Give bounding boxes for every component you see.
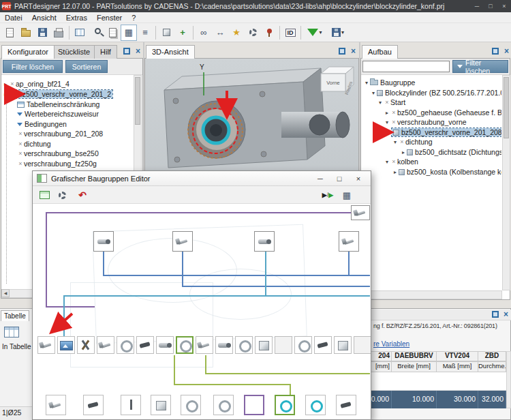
dock-pin-icon[interactable]	[492, 48, 499, 55]
palette-item[interactable]	[37, 336, 55, 354]
tab-stueckliste[interactable]: Stückliste	[52, 45, 96, 59]
part-node[interactable]	[181, 395, 201, 415]
palette-item[interactable]	[97, 336, 114, 354]
scrollbar-thumb[interactable]	[504, 77, 509, 138]
expander-icon[interactable]: ▾	[384, 159, 390, 165]
close-icon[interactable]: ×	[349, 47, 358, 56]
tree-item[interactable]: ▸× ap_oring_bf21_4	[2, 79, 133, 89]
palette-item[interactable]	[136, 336, 154, 354]
palette-item[interactable]	[255, 336, 273, 354]
expander-icon[interactable]: ▾	[370, 90, 377, 96]
tree-item[interactable]: × verschraubung_201_208	[2, 129, 133, 138]
expander-icon[interactable]: ▸	[392, 169, 399, 175]
part-node[interactable]	[83, 395, 104, 415]
graph-node[interactable]	[254, 231, 275, 252]
new-file-button[interactable]	[1, 25, 18, 41]
vertical-scrollbar[interactable]	[506, 351, 511, 408]
graph-node[interactable]	[93, 231, 114, 252]
menu-extras[interactable]: Extras	[61, 12, 92, 23]
table-cell[interactable]: 0.000	[371, 391, 392, 408]
part-node[interactable]	[213, 395, 234, 415]
pin-button[interactable]	[261, 25, 277, 41]
scroll-left-icon[interactable]: ◀	[1, 289, 10, 297]
sort-button[interactable]: Sortieren	[65, 60, 108, 73]
layout-button[interactable]: ▦	[339, 188, 354, 202]
aufbau-filter-input[interactable]	[362, 61, 450, 72]
print-button[interactable]	[50, 25, 67, 41]
palette-item[interactable]	[77, 336, 95, 354]
part-node[interactable]	[46, 395, 66, 415]
graph-node[interactable]	[339, 231, 359, 252]
close-icon[interactable]: ×	[501, 310, 510, 319]
table-cell[interactable]: 32.000	[478, 391, 506, 408]
horizontal-scrollbar[interactable]	[361, 290, 502, 299]
run-dropdown-button[interactable]: ▾	[303, 25, 326, 41]
tab-3d-ansicht[interactable]: 3D-Ansicht	[146, 45, 195, 59]
column-header[interactable]: 204	[371, 351, 392, 361]
copy-button[interactable]	[104, 25, 121, 41]
tree-item[interactable]: ▸× bz500_gehaeuse (Gehaeuse f. BZ500.25/	[362, 108, 501, 117]
tab-konfigurator[interactable]: Konfigurator	[1, 45, 55, 59]
palette-item[interactable]	[314, 336, 332, 354]
tree-item[interactable]: × dichtung	[2, 139, 133, 149]
open-button[interactable]	[18, 25, 34, 41]
graph-node[interactable]	[351, 205, 370, 220]
palette-item[interactable]	[215, 336, 233, 354]
maximize-icon[interactable]: □	[484, 0, 497, 12]
dock-pin-icon[interactable]	[123, 48, 130, 55]
minimize-icon[interactable]: ─	[470, 0, 484, 12]
variables-link[interactable]: re Variablen	[373, 340, 409, 348]
close-icon[interactable]: ×	[134, 47, 142, 56]
tree-item[interactable]: Wertebereichszuweisur	[2, 109, 133, 119]
grid-view-button[interactable]: ▦	[121, 25, 137, 41]
graph-node[interactable]	[172, 231, 193, 252]
cube-view-button[interactable]	[158, 25, 174, 41]
measure-button[interactable]: ↔	[212, 25, 228, 41]
tree-item[interactable]: ▾ Baugruppe	[362, 78, 501, 87]
table-cell[interactable]: 10.000	[392, 391, 437, 408]
tree-item-selected[interactable]: ▸ bz500_verschr_vorne_201_2	[2, 89, 133, 99]
menu-ansicht[interactable]: Ansicht	[27, 12, 61, 23]
part-node[interactable]	[121, 395, 141, 415]
tree-item[interactable]: ▾× kolben	[362, 157, 501, 166]
run-compare-button[interactable]: ▶/▶	[320, 188, 335, 202]
favorites-button[interactable]: ★	[228, 25, 245, 41]
part-node-highlight-purple[interactable]	[244, 395, 264, 415]
expander-icon[interactable]: ▸	[400, 149, 407, 155]
tree-item-selected[interactable]: bz500_verschr_vorne_201_208 (Versc	[362, 127, 501, 137]
axes-button[interactable]: +	[174, 25, 191, 41]
column-header[interactable]: ZBD	[478, 351, 506, 361]
tree-item[interactable]: ▾ Blockzylinder (BZ 500.25/16.77.201.020…	[362, 88, 501, 97]
palette-item[interactable]	[117, 336, 134, 354]
palette-item-selected[interactable]	[176, 336, 193, 354]
column-header[interactable]: VTV204	[437, 351, 478, 361]
minimize-icon[interactable]: ─	[311, 171, 330, 185]
save-dropdown-button[interactable]: ▾	[326, 25, 350, 41]
menu-fenster[interactable]: Fenster	[92, 12, 127, 23]
palette-item[interactable]	[196, 336, 213, 354]
close-icon[interactable]: ×	[497, 0, 511, 12]
expander-icon[interactable]: ▾	[363, 80, 370, 86]
graph-editor-window[interactable]: Grafischer Baugruppen Editor ─ □ × ↶ ▶/▶…	[32, 170, 371, 420]
tree-item[interactable]: × verschraubung_bse250	[2, 149, 133, 158]
tree-item[interactable]: Tabelleneinschränkung	[2, 100, 133, 109]
tree-item[interactable]: ▸ bz500_dichtsatz (Dichtungssatz f	[362, 147, 501, 157]
table-icon[interactable]	[4, 327, 19, 338]
menu-help[interactable]: ?	[127, 12, 140, 23]
palette-item[interactable]	[57, 336, 75, 354]
close-icon[interactable]: ×	[349, 171, 368, 185]
filter-clear-button[interactable]: Filter löschen	[3, 60, 63, 73]
undo-button[interactable]: ↶	[75, 188, 90, 202]
tree-item[interactable]: ▾× verschraubung_vorne	[362, 117, 501, 127]
part-node-selected[interactable]	[275, 395, 295, 415]
expander-icon[interactable]: ▸	[2, 91, 9, 97]
tree-item[interactable]: ▾× dichtung	[362, 137, 501, 147]
palette-item[interactable]	[294, 336, 312, 354]
tab-aufbau[interactable]: Aufbau	[362, 45, 398, 59]
part-node[interactable]	[151, 395, 171, 415]
part-node[interactable]	[336, 395, 356, 415]
list-view-button[interactable]: ≡	[137, 25, 153, 41]
palette-item[interactable]	[275, 336, 292, 354]
palette-item[interactable]	[354, 336, 371, 354]
close-icon[interactable]: ×	[502, 47, 511, 56]
